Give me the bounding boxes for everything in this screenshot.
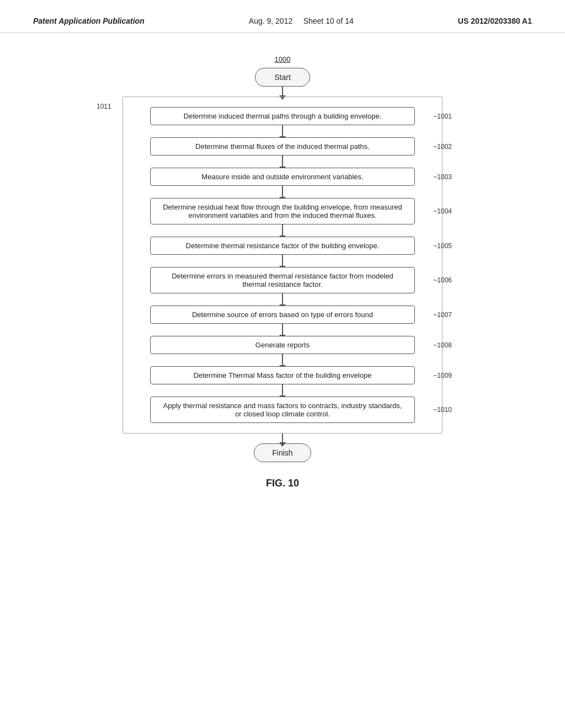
step-1003-text: Measure inside and outside environment v… [201, 173, 363, 181]
step-1004-ref: ~1004 [433, 207, 452, 215]
start-label: Start [274, 73, 291, 82]
step-1003-ref: ~1003 [433, 173, 452, 181]
step-1005-text: Determine thermal resistance factor of t… [186, 242, 379, 250]
figure-caption: FIG. 10 [266, 478, 299, 489]
step-1009: Determine Thermal Mass factor of the bui… [150, 366, 415, 384]
publication-label: Patent Application Publication [33, 15, 145, 27]
step-1007-ref: ~1007 [433, 311, 452, 319]
publication-date: Aug. 9, 2012 [249, 17, 292, 25]
arrow-1003-1004 [282, 186, 283, 198]
step-1009-ref: ~1009 [433, 372, 452, 379]
arrow-1007-1008 [282, 324, 283, 336]
arrow-1002-1003 [282, 156, 283, 168]
page-header: Patent Application Publication Aug. 9, 2… [0, 0, 565, 33]
step-1008-text: Generate reports [255, 341, 310, 349]
diagram-number-label: 1000 [275, 55, 291, 63]
outer-bracket-box: 1011 Determine induced thermal paths thr… [122, 97, 443, 433]
step-1003: Measure inside and outside environment v… [150, 168, 415, 186]
step-1009-text: Determine Thermal Mass factor of the bui… [194, 371, 372, 379]
step-1010-ref: ~1010 [433, 406, 452, 414]
arrow-1001-1002 [282, 125, 283, 137]
step-1010-text: Apply thermal resistance and mass factor… [163, 402, 402, 418]
step-1004: Determine residual heat flow through the… [150, 198, 415, 224]
step-1005: Determine thermal resistance factor of t… [150, 237, 415, 255]
flowchart-diagram: 1000 Start 1011 Determine induced therma… [89, 55, 476, 489]
step-1006: Determine errors in measured thermal res… [150, 267, 415, 293]
step-1007: Determine source of errors based on type… [150, 306, 415, 324]
step-1004-text: Determine residual heat flow through the… [163, 203, 402, 220]
step-1008: Generate reports ~1008 [150, 336, 415, 354]
step-1002-ref: ~1002 [433, 143, 452, 151]
step-1006-text: Determine errors in measured thermal res… [172, 272, 393, 288]
step-1001-ref: ~1001 [433, 113, 452, 120]
arrow-1006-1007 [282, 293, 283, 306]
step-1010: Apply thermal resistance and mass factor… [150, 397, 415, 423]
arrow-1005-1006 [282, 255, 283, 267]
arrow-1008-1009 [282, 354, 283, 366]
step-1002-text: Determine thermal fluxes of the induced … [195, 142, 370, 151]
start-terminal: Start [255, 68, 310, 87]
step-1005-ref: ~1005 [433, 242, 452, 250]
step-1002: Determine thermal fluxes of the induced … [150, 137, 415, 156]
publication-title-text: Patent Application Publication [33, 17, 145, 25]
step-1007-text: Determine source of errors based on type… [192, 311, 373, 319]
arrow-start-to-box [282, 87, 283, 97]
step-1006-ref: ~1006 [433, 276, 452, 284]
arrow-box-to-finish [282, 433, 283, 443]
arrow-1009-1010 [282, 384, 283, 397]
patent-number: US 2012/0203380 A1 [458, 15, 532, 27]
main-content: 1000 Start 1011 Determine induced therma… [0, 33, 565, 511]
sheet-info: Sheet 10 of 14 [303, 17, 354, 25]
arrow-1004-1005 [282, 224, 283, 237]
step-1001-text: Determine induced thermal paths through … [184, 112, 381, 120]
patent-number-text: US 2012/0203380 A1 [458, 17, 532, 25]
bracket-label: 1011 [97, 103, 111, 110]
step-1008-ref: ~1008 [433, 341, 452, 349]
step-1001: Determine induced thermal paths through … [150, 107, 415, 125]
header-center-info: Aug. 9, 2012 Sheet 10 of 14 [249, 15, 354, 27]
finish-label: Finish [272, 448, 292, 457]
